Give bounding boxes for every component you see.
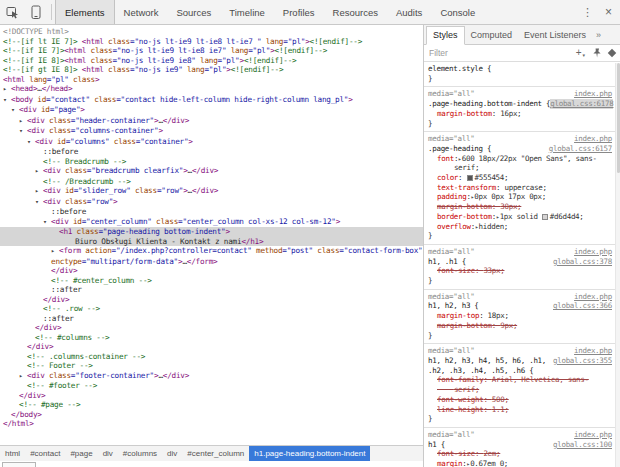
rule-selector[interactable]: h1, h2, h3 { — [428, 301, 479, 311]
css-property[interactable]: font-size: 2em; — [428, 449, 612, 459]
close-devtools-icon[interactable]: × — [601, 5, 620, 19]
breadcrumb-item[interactable]: #contact — [25, 446, 65, 461]
dom-tree-row[interactable]: <h1 class="page-heading bottom-indent"> — [0, 227, 423, 237]
sidebar-tab-styles[interactable]: Styles — [426, 26, 465, 45]
dom-tree-row[interactable]: ▾<div class="columns-container"> — [0, 126, 423, 137]
dom-tree-row[interactable]: <!-- .row --> — [0, 304, 423, 314]
source-line-link[interactable]: global.css:366 — [553, 301, 612, 311]
expand-value-icon[interactable]: ▸ — [496, 213, 500, 220]
dom-tree-row[interactable]: ▾<div id="center_column" class="center_c… — [0, 217, 423, 228]
tab-audits[interactable]: Audits — [387, 0, 431, 24]
css-property[interactable]: font-weight: 500; — [428, 395, 612, 405]
dom-tree-row[interactable]: </div> — [0, 323, 423, 333]
dom-tree-row[interactable]: <!-- Footer --> — [0, 361, 423, 371]
css-property[interactable]: overflow:▸hidden; — [428, 222, 612, 232]
dom-tree-row[interactable]: <!--[if lt IE 7]> <html class="no-js lt-… — [0, 37, 423, 47]
stylesheet-link[interactable]: index.php — [574, 89, 612, 99]
dom-tree-row[interactable]: ::after — [0, 285, 423, 295]
css-property[interactable]: padding:▸0px 0px 17px 0px; — [428, 192, 612, 202]
expand-arrow-icon[interactable]: ▸ — [35, 187, 43, 197]
css-property[interactable]: text-transform: uppercase; — [428, 183, 612, 193]
rule-selector[interactable]: element.style { — [428, 64, 612, 74]
tab-console[interactable]: Console — [431, 0, 484, 24]
rule-selector[interactable]: h1, h2, h3, h4, h5, h6, .h1, — [428, 356, 546, 366]
source-line-link[interactable]: global.css:355 — [553, 356, 612, 366]
tab-network[interactable]: Network — [115, 0, 168, 24]
expand-arrow-icon[interactable]: ▾ — [27, 138, 35, 148]
breadcrumb-item[interactable]: h1.page-heading.bottom-indent — [249, 446, 370, 461]
css-property[interactable]: font-family: Arial, Helvetica, sans- ser… — [428, 375, 612, 394]
expand-arrow-icon[interactable]: ▾ — [19, 127, 27, 137]
css-property[interactable]: margin:▸0.67em 0; — [428, 459, 612, 467]
sidebar-tab-computed[interactable]: Computed — [465, 27, 519, 44]
source-line-link[interactable]: global.css:6157 — [549, 144, 612, 154]
expand-arrow-icon[interactable]: ▸ — [35, 167, 43, 177]
tab-sources[interactable]: Sources — [167, 0, 220, 24]
source-line-link[interactable]: global.css:378 — [553, 257, 612, 267]
css-property[interactable]: font-size: 33px; — [428, 266, 612, 276]
dom-tree-row[interactable]: <!DOCTYPE html> — [0, 27, 423, 37]
breadcrumb-item[interactable]: #page — [65, 446, 97, 461]
toggle-element-state-button[interactable] — [592, 48, 602, 58]
source-line-link[interactable]: global.css:100 — [553, 440, 612, 450]
expand-arrow-icon[interactable]: ▾ — [43, 218, 51, 228]
css-property[interactable]: margin-bottom: 9px; — [428, 321, 612, 331]
css-property[interactable]: font:▸600 18px/22px "Open Sans", sans- s… — [428, 154, 612, 173]
dom-tree-row[interactable]: enctype="multipart/form-data">…</form> — [0, 257, 423, 267]
expand-arrow-icon[interactable]: ▸ — [51, 247, 59, 257]
rule-selector[interactable]: .h2, .h3, .h4, .h5, .h6 { — [428, 366, 612, 376]
dom-tree-row[interactable]: <!--[if IE 7]><html class="no-js lt-ie9 … — [0, 46, 423, 56]
expand-arrow-icon[interactable]: ▾ — [3, 96, 11, 106]
dom-tree-row[interactable]: Biuro Obsługi Klienta - Kontakt z nami</… — [0, 237, 423, 247]
expand-arrow-icon[interactable]: ▸ — [19, 117, 27, 127]
styles-filter-input[interactable] — [429, 48, 569, 58]
dom-tree-row[interactable]: <!--[if gt IE 8]> <html class="no-js ie9… — [0, 65, 423, 75]
toggle-device-mode-button[interactable] — [24, 0, 48, 24]
dom-tree-row[interactable]: ▸<div class="footer-container">…</div> — [0, 371, 423, 382]
dom-tree-row[interactable]: </body> — [0, 410, 423, 420]
dom-tree-row[interactable]: ▾<body id="contact" class="contact hide-… — [0, 95, 423, 106]
color-swatch[interactable] — [467, 175, 473, 181]
dom-tree-row[interactable]: </div> — [0, 342, 423, 352]
tab-timeline[interactable]: Timeline — [220, 0, 274, 24]
css-property[interactable]: margin-bottom: 30px; — [428, 202, 612, 212]
breadcrumb-item[interactable]: #center_column — [182, 446, 249, 461]
dom-tree-row[interactable]: <!-- .columns-container --> — [0, 352, 423, 362]
dom-tree-row[interactable]: </html> — [0, 419, 423, 429]
expand-arrow-icon[interactable]: ▾ — [11, 106, 19, 116]
dom-tree-row[interactable]: <!--[if IE 8]><html class="no-js lt-ie9 … — [0, 56, 423, 66]
stylesheet-link[interactable]: index.php — [574, 430, 612, 440]
breadcrumb-item[interactable]: div — [162, 446, 182, 461]
expand-value-icon[interactable]: ▸ — [471, 193, 475, 200]
stylesheet-link[interactable]: index.php — [574, 292, 612, 302]
css-property[interactable]: border-bottom:▸1px solid #d6d4d4; — [428, 212, 612, 222]
dom-tree-row[interactable]: ::before — [0, 147, 423, 157]
inspect-element-button[interactable] — [0, 0, 24, 24]
dom-tree-row[interactable]: <!-- #footer --> — [0, 381, 423, 391]
expand-value-icon[interactable]: ▸ — [467, 460, 471, 467]
css-property[interactable]: line-height: 1.1; — [428, 405, 612, 415]
dom-tree-row[interactable]: ▸<div class="breadcrumb clearfix">…</div… — [0, 166, 423, 177]
dom-tree-row[interactable]: <!-- /Breadcrumb --> — [0, 177, 423, 187]
breadcrumb-item[interactable]: #columns — [118, 446, 162, 461]
dom-tree-row[interactable]: ::after — [0, 314, 423, 324]
animation-controls-button[interactable] — [609, 50, 615, 56]
expand-arrow-icon[interactable]: ▸ — [3, 85, 11, 95]
expand-arrow-icon[interactable]: ▾ — [35, 198, 43, 208]
dom-tree-row[interactable]: <!-- Breadcrumb --> — [0, 157, 423, 167]
dom-tree-row[interactable]: ▾<div class="row"> — [0, 197, 423, 208]
dom-tree-row[interactable]: ▸<form action="/index.php?controller=con… — [0, 246, 423, 257]
source-line-link[interactable]: global.css:6178 — [550, 99, 613, 109]
dom-tree-row[interactable]: ▸<div class="header-container">…</div> — [0, 116, 423, 127]
rule-selector[interactable]: h1 { — [428, 440, 445, 450]
dom-tree-row[interactable]: </div> — [0, 295, 423, 305]
sidebar-tab-event-listeners[interactable]: Event Listeners — [518, 27, 592, 44]
tab-elements[interactable]: Elements — [55, 0, 115, 24]
stylesheet-link[interactable]: index.php — [574, 134, 612, 144]
tab-resources[interactable]: Resources — [324, 0, 387, 24]
dom-tree-row[interactable]: ▸<div id="slider_row" class="row">…</div… — [0, 186, 423, 197]
dom-tree-row[interactable]: <!-- #columns --> — [0, 333, 423, 343]
expand-value-icon[interactable]: ▸ — [458, 155, 462, 162]
expand-value-icon[interactable]: ▸ — [475, 223, 479, 230]
dom-tree-row[interactable]: <html lang="pl" class> — [0, 75, 423, 85]
